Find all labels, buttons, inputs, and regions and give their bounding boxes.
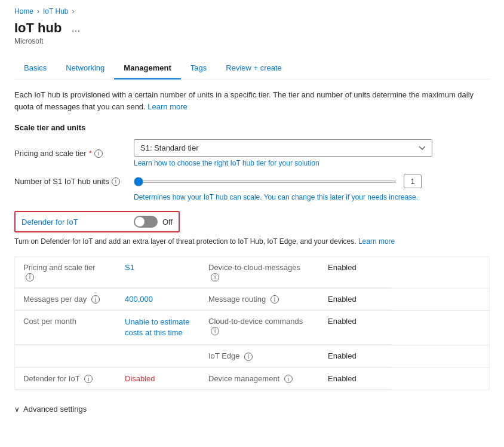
table-cell-label: Device-to-cloud-messages i <box>200 257 319 288</box>
table-cell-label: Pricing and scale tier i <box>15 257 116 288</box>
page-subtitle: Microsoft <box>14 37 490 45</box>
pricing-label: Pricing and scale tier * i <box>14 149 134 158</box>
units-slider[interactable] <box>134 180 397 183</box>
defender-hint: Turn on Defender for IoT and add an extr… <box>14 236 490 247</box>
table-cell-label: Messages per day i <box>15 289 116 311</box>
table-cell-value: Enabled <box>319 368 391 390</box>
units-hint: Determines how your IoT hub can scale. Y… <box>14 193 490 201</box>
table-info-icon[interactable]: i <box>91 295 100 304</box>
page-header: IoT hub ... <box>14 20 490 36</box>
table-info-icon[interactable]: i <box>26 273 34 281</box>
table-cell-value: Unable to estimate costs at this time <box>116 311 200 345</box>
description-learn-more[interactable]: Learn more <box>147 102 187 111</box>
required-indicator: * <box>89 149 92 158</box>
table-info-icon[interactable]: i <box>271 295 279 304</box>
table-cell-value: Enabled <box>319 289 391 311</box>
breadcrumb: Home › IoT Hub › <box>14 7 490 16</box>
table-cell-label: Device management i <box>200 368 319 390</box>
pricing-tier-link[interactable]: Learn how to choose the right IoT hub ti… <box>134 159 490 167</box>
tab-basics[interactable]: Basics <box>14 57 56 79</box>
pricing-control-area: S1: Standard tier Learn how to choose th… <box>134 139 490 167</box>
table-cell-label: IoT Edge i <box>200 345 319 368</box>
units-value: 1 <box>404 174 422 188</box>
defender-toggle[interactable] <box>134 216 158 228</box>
table-cell-label: Cloud-to-device commands i <box>200 311 319 345</box>
tab-networking[interactable]: Networking <box>56 57 114 79</box>
tabs-nav: Basics Networking Management Tags Review… <box>14 57 490 79</box>
table-cell-value: Enabled <box>319 345 391 368</box>
table-info-icon[interactable]: i <box>211 273 219 281</box>
table-cell-value: Enabled <box>319 311 391 345</box>
chevron-down-icon: ∨ <box>14 405 20 414</box>
table-cell-value: S1 <box>116 257 200 288</box>
defender-toggle-area: Off <box>134 216 173 228</box>
defender-learn-more[interactable]: Learn more <box>358 237 395 246</box>
tab-review-create[interactable]: Review + create <box>216 57 291 79</box>
table-info-icon[interactable]: i <box>284 375 293 383</box>
table-cell-value: 400,000 <box>116 289 200 311</box>
advanced-settings-label: Advanced settings <box>23 405 87 414</box>
advanced-settings-toggle[interactable]: ∨ Advanced settings <box>14 400 490 418</box>
breadcrumb-iothub[interactable]: IoT Hub <box>43 7 68 16</box>
info-table: Pricing and scale tier i S1 Device-to-cl… <box>14 256 490 390</box>
ellipsis-button[interactable]: ... <box>67 21 84 36</box>
pricing-tier-row: Pricing and scale tier * i S1: Standard … <box>14 139 490 167</box>
pricing-info-icon[interactable]: i <box>94 149 103 158</box>
table-cell-value <box>116 345 200 368</box>
page-container: Home › IoT Hub › IoT hub ... Microsoft B… <box>0 0 504 433</box>
breadcrumb-home[interactable]: Home <box>14 7 33 16</box>
tab-management[interactable]: Management <box>114 57 180 79</box>
pricing-select[interactable]: S1: Standard tier <box>134 139 432 157</box>
table-info-icon[interactable]: i <box>211 327 219 335</box>
units-slider-area: 1 <box>134 174 490 188</box>
units-info-icon[interactable]: i <box>112 177 120 186</box>
defender-toggle-state: Off <box>162 218 173 226</box>
table-cell-label: Defender for IoT i <box>15 368 116 390</box>
description: Each IoT hub is provisioned with a certa… <box>14 89 490 112</box>
units-row: Number of S1 IoT hub units i 1 <box>14 174 490 188</box>
defender-label: Defender for IoT <box>21 218 134 226</box>
table-cell-label <box>15 345 116 368</box>
scale-section-title: Scale tier and units <box>14 123 490 132</box>
table-cell-label: Message routing i <box>200 289 319 311</box>
table-info-icon[interactable]: i <box>244 353 253 361</box>
table-cell-value: Enabled <box>319 257 391 288</box>
table-info-icon[interactable]: i <box>84 375 93 383</box>
pricing-select-wrapper: S1: Standard tier <box>134 139 432 157</box>
tab-tags[interactable]: Tags <box>181 57 216 79</box>
defender-row: Defender for IoT Off <box>14 211 180 232</box>
table-cell-value: Disabled <box>116 368 200 390</box>
page-title: IoT hub <box>14 20 62 36</box>
units-label: Number of S1 IoT hub units i <box>14 177 134 186</box>
table-cell-label: Cost per month <box>15 311 116 345</box>
